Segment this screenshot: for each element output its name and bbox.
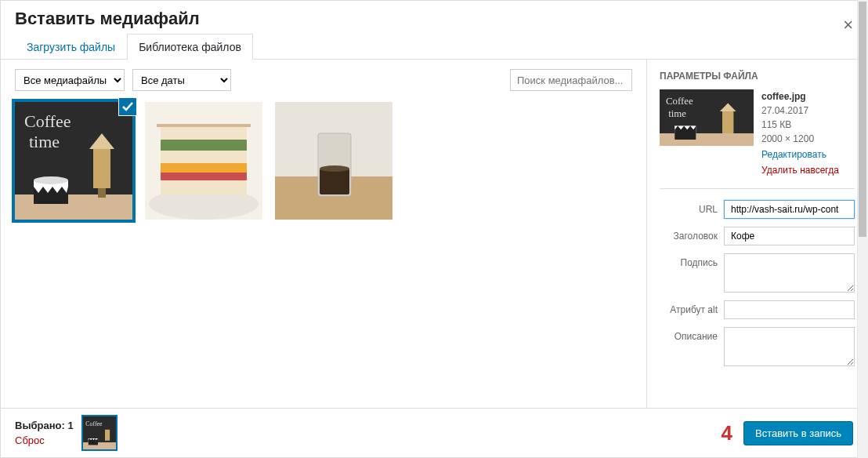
svg-point-10 [34, 176, 68, 184]
selected-thumbnail[interactable]: Coffee [83, 416, 116, 449]
svg-rect-35 [83, 442, 116, 449]
url-input[interactable] [724, 200, 855, 219]
title-label: Заголовок [660, 227, 718, 242]
svg-text:time: time [668, 108, 686, 119]
field-description: Описание [660, 327, 855, 366]
main-panel: Все медиафайлы Все даты Coffee time [1, 60, 646, 408]
tabs: Загрузить файлы Библиотека файлов [1, 34, 867, 60]
file-thumbnail: Coffee time [660, 89, 754, 146]
svg-rect-3 [15, 194, 132, 220]
glass-image [275, 102, 392, 220]
sidebar: ПАРАМЕТРЫ ФАЙЛА Coffee time cof [646, 60, 867, 408]
svg-rect-29 [722, 111, 733, 133]
file-dimensions: 2000 × 1200 [761, 132, 839, 146]
svg-point-24 [320, 165, 349, 172]
svg-rect-13 [161, 125, 247, 140]
file-date: 27.04.2017 [761, 104, 839, 118]
title-input[interactable] [724, 227, 855, 245]
alt-label: Атрибут alt [660, 300, 718, 315]
description-label: Описание [660, 327, 718, 342]
svg-rect-17 [161, 173, 247, 180]
content: Все медиафайлы Все даты Coffee time [1, 60, 867, 408]
sandwich-image [145, 102, 262, 220]
footer-left: Выбрано: 1 Сброс Coffee [15, 416, 116, 449]
svg-rect-19 [157, 124, 251, 127]
sidebar-title: ПАРАМЕТРЫ ФАЙЛА [660, 71, 855, 82]
svg-rect-28 [660, 133, 754, 146]
file-info: Coffee time coffee.jpg 27.04.2017 115 КВ… [660, 89, 855, 189]
coffee-image: Coffee time [15, 102, 132, 220]
filters-row: Все медиафайлы Все даты [15, 69, 632, 91]
file-meta: coffee.jpg 27.04.2017 115 КВ 2000 × 1200… [761, 89, 839, 177]
svg-text:Coffee: Coffee [24, 111, 71, 131]
url-label: URL [660, 200, 718, 215]
modal-header: Вставить медиафайл × [1, 1, 867, 34]
scrollbar-thumb[interactable] [859, 60, 866, 237]
media-modal: Вставить медиафайл × Загрузить файлы Биб… [0, 0, 868, 458]
reset-link[interactable]: Сброс [15, 433, 74, 449]
caption-label: Подпись [660, 253, 718, 268]
thumbnail-sandwich[interactable] [145, 102, 262, 220]
svg-rect-16 [161, 163, 247, 173]
check-icon [118, 97, 137, 116]
svg-rect-14 [161, 140, 247, 151]
svg-text:Coffee: Coffee [85, 420, 103, 427]
tab-library[interactable]: Библиотека файлов [127, 34, 253, 60]
annotation-number: 4 [722, 421, 732, 445]
svg-rect-23 [320, 169, 349, 194]
description-input[interactable] [724, 327, 855, 366]
field-caption: Подпись [660, 253, 855, 293]
insert-button[interactable]: Вставить в запись [743, 421, 853, 445]
svg-text:time: time [29, 132, 60, 151]
svg-rect-15 [161, 151, 247, 163]
edit-link[interactable]: Редактировать [761, 147, 839, 162]
thumbnail-coffee[interactable]: Coffee time [15, 102, 132, 220]
footer-right: 4 Вставить в запись [722, 421, 853, 445]
thumbnails-grid: Coffee time [15, 102, 632, 220]
svg-rect-18 [161, 180, 247, 194]
caption-input[interactable] [724, 253, 855, 293]
selected-count: Выбрано: 1 [15, 418, 74, 434]
modal-title: Вставить медиафайл [15, 9, 853, 29]
file-size: 115 КВ [761, 118, 839, 132]
svg-rect-6 [98, 188, 106, 198]
svg-rect-36 [105, 430, 110, 441]
search-input[interactable] [510, 69, 632, 91]
tab-upload[interactable]: Загрузить файлы [15, 34, 127, 60]
footer: Выбрано: 1 Сброс Coffee 4 Вставить в зап… [1, 408, 867, 457]
field-title: Заголовок [660, 227, 855, 245]
svg-rect-4 [93, 149, 110, 188]
field-url: URL [660, 200, 855, 219]
selection-info: Выбрано: 1 Сброс [15, 418, 74, 449]
field-alt: Атрибут alt [660, 300, 855, 319]
scrollbar-track[interactable] [857, 60, 867, 408]
filter-date-select[interactable]: Все даты [132, 69, 231, 91]
alt-input[interactable] [724, 300, 855, 319]
close-icon[interactable]: × [843, 15, 853, 35]
filter-type-select[interactable]: Все медиафайлы [15, 69, 125, 91]
file-name: coffee.jpg [761, 89, 839, 104]
thumbnail-glass[interactable] [275, 102, 392, 220]
delete-link[interactable]: Удалить навсегда [761, 163, 839, 177]
svg-text:Coffee: Coffee [666, 96, 693, 107]
